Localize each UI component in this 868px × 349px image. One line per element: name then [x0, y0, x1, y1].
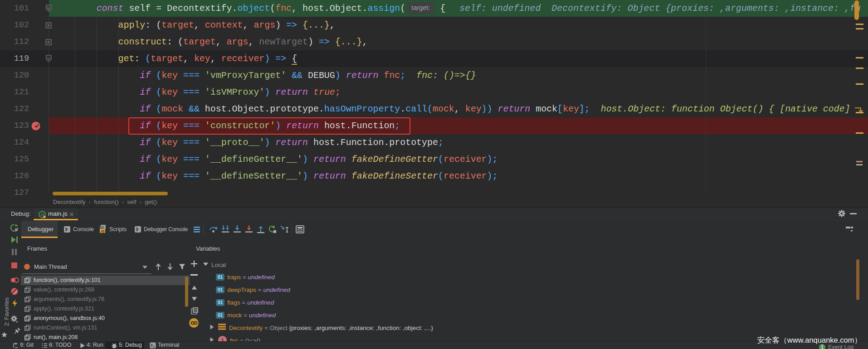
svg-text:JS: JS — [40, 213, 44, 217]
svg-text:JS: JS — [101, 230, 105, 233]
